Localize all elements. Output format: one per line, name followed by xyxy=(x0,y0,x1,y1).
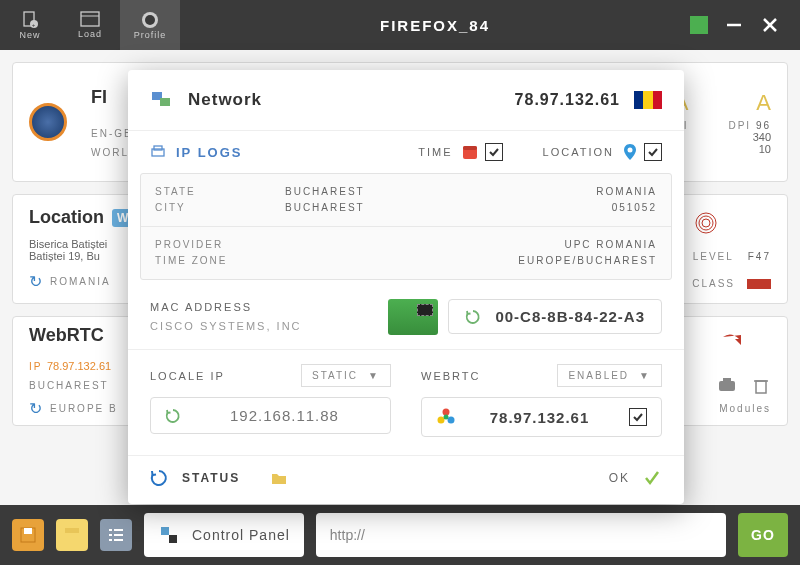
folder-icon[interactable] xyxy=(270,469,288,487)
top-bar: + New Load Profile FIREFOX_84 xyxy=(0,0,800,50)
go-button[interactable]: GO xyxy=(738,513,788,557)
locale-value-box: 192.168.11.88 xyxy=(150,397,391,434)
list-icon[interactable] xyxy=(100,519,132,551)
cp-icon xyxy=(158,524,180,546)
ok-label: OK xyxy=(609,471,630,485)
control-panel-button[interactable]: Control Panel xyxy=(144,513,304,557)
romania-flag-icon xyxy=(634,91,662,109)
chevron-down-icon: ▼ xyxy=(639,370,651,381)
svg-rect-39 xyxy=(169,535,177,543)
firefox-logo-icon xyxy=(29,103,67,141)
window-title: FIREFOX_84 xyxy=(180,17,690,34)
svg-rect-38 xyxy=(161,527,169,535)
time-label: TIME xyxy=(418,146,452,158)
minimize-button[interactable] xyxy=(724,15,744,35)
mac-label: MAC ADDRESS xyxy=(150,298,302,317)
network-icon xyxy=(150,88,174,112)
svg-rect-29 xyxy=(24,528,32,534)
refresh-mac-icon[interactable] xyxy=(465,309,481,325)
location-checkbox[interactable] xyxy=(644,143,662,161)
camera-icon[interactable] xyxy=(717,375,737,395)
nic-card-icon xyxy=(388,299,438,335)
printer-icon xyxy=(150,144,166,160)
refresh-icon[interactable]: ↻ xyxy=(29,399,42,418)
fingerprint-icon xyxy=(692,209,720,237)
svg-rect-18 xyxy=(160,98,170,106)
pin-icon xyxy=(622,143,638,161)
status-indicator xyxy=(690,16,708,34)
mac-vendor: CISCO SYSTEMS, INC xyxy=(150,317,302,336)
notes-icon[interactable] xyxy=(56,519,88,551)
close-button[interactable] xyxy=(760,15,780,35)
refresh-icon[interactable]: ↻ xyxy=(29,272,42,291)
svg-rect-34 xyxy=(109,539,112,541)
svg-point-26 xyxy=(448,417,455,424)
locale-label: LOCALE IP xyxy=(150,370,225,382)
webrtc-icon xyxy=(436,407,456,427)
svg-rect-14 xyxy=(723,378,731,382)
refresh-status-icon[interactable] xyxy=(150,469,168,487)
ip-logs-link[interactable]: IP LOGS xyxy=(176,145,243,160)
svg-rect-13 xyxy=(719,381,735,391)
ip-display: 78.97.132.61 xyxy=(515,91,620,109)
new-label: New xyxy=(19,30,40,40)
webrtc-label: WEBRTC xyxy=(421,370,480,382)
new-button[interactable]: + New xyxy=(0,0,60,50)
redo-arrow-icon xyxy=(717,329,745,357)
mac-value: 00-C8-8B-84-22-A3 xyxy=(495,308,645,325)
svg-point-12 xyxy=(702,219,710,227)
refresh-locale-icon[interactable] xyxy=(165,408,181,424)
save-icon[interactable] xyxy=(12,519,44,551)
svg-point-27 xyxy=(444,415,449,420)
svg-rect-35 xyxy=(114,529,123,531)
svg-point-6 xyxy=(145,15,155,25)
bottom-bar: Control Panel http:// GO xyxy=(0,505,800,565)
trash-icon[interactable] xyxy=(751,375,771,395)
geo-info-box: STATECITY BUCHARESTBUCHAREST ROMANIA0510… xyxy=(140,173,672,280)
location-title: Location xyxy=(29,207,104,228)
network-modal: Network 78.97.132.61 IP LOGS TIME LOCATI… xyxy=(128,70,684,504)
load-button[interactable]: Load xyxy=(60,0,120,50)
svg-rect-3 xyxy=(81,12,99,26)
svg-rect-31 xyxy=(65,528,79,533)
modal-title: Network xyxy=(188,90,501,110)
svg-point-25 xyxy=(438,417,445,424)
time-checkbox[interactable] xyxy=(485,143,503,161)
svg-rect-33 xyxy=(109,534,112,536)
profile-label: Profile xyxy=(134,30,167,40)
svg-rect-32 xyxy=(109,529,112,531)
svg-rect-36 xyxy=(114,534,123,536)
svg-rect-15 xyxy=(756,381,766,393)
svg-rect-22 xyxy=(463,146,477,150)
check-ok-icon xyxy=(642,468,662,488)
svg-point-24 xyxy=(443,409,450,416)
profile-button[interactable]: Profile xyxy=(120,0,180,50)
locale-mode-select[interactable]: STATIC▼ xyxy=(301,364,391,387)
webrtc-checkbox[interactable] xyxy=(629,408,647,426)
svg-point-11 xyxy=(699,216,713,230)
load-label: Load xyxy=(78,29,102,39)
webrtc-mode-select[interactable]: ENABLED▼ xyxy=(557,364,662,387)
url-input[interactable]: http:// xyxy=(316,513,726,557)
window-icon xyxy=(80,11,100,29)
locale-value: 192.168.11.88 xyxy=(193,407,376,424)
mac-value-box: 00-C8-8B-84-22-A3 xyxy=(448,299,662,334)
firefox-icon xyxy=(140,10,160,30)
svg-text:+: + xyxy=(32,22,37,28)
chevron-down-icon: ▼ xyxy=(368,370,380,381)
webrtc-value-box: 78.97.132.61 xyxy=(421,397,662,437)
status-label: STATUS xyxy=(182,471,240,485)
svg-rect-20 xyxy=(154,146,162,150)
svg-rect-37 xyxy=(114,539,123,541)
new-file-icon: + xyxy=(20,10,40,30)
calendar-icon xyxy=(461,143,479,161)
svg-point-23 xyxy=(628,148,633,153)
webrtc-value: 78.97.132.61 xyxy=(468,409,611,426)
location-label: LOCATION xyxy=(543,146,614,158)
